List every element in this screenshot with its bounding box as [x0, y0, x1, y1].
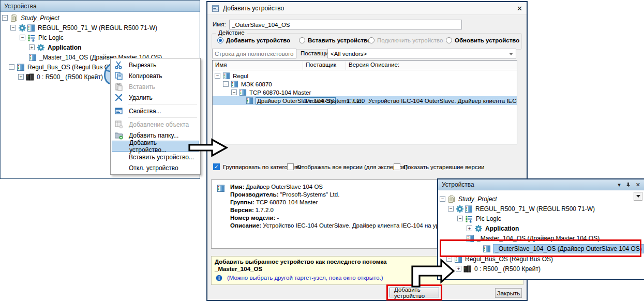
radio-dot [299, 37, 305, 43]
tree-item-label[interactable]: 0 : R500_ (R500 Крейт) [474, 265, 541, 273]
tree-item-plc-logic[interactable]: Plc Logic [457, 214, 501, 223]
radio-plug-device[interactable]: Подключить устройство [368, 37, 443, 43]
expander-icon[interactable] [20, 35, 25, 40]
radio-insert-device[interactable]: Вставить устройство [299, 37, 371, 43]
name-input[interactable] [229, 20, 462, 29]
details-name-label: Имя: [230, 184, 244, 190]
menu-item-paste[interactable]: Вставить [112, 81, 199, 92]
expander-icon[interactable] [467, 225, 472, 231]
radio-update-device[interactable]: Обновить устройство [446, 37, 519, 43]
menu-item-label[interactable]: Откл. устройство [129, 164, 178, 172]
expander-icon[interactable] [446, 256, 452, 262]
checkbox-show-all-versions[interactable]: Отображать все версии (для экспертов) [287, 163, 408, 170]
tree-item-study-project[interactable]: Study_Project [2, 13, 59, 23]
expander-icon[interactable] [29, 44, 35, 50]
vendor-combobox[interactable]: <All vendors> [327, 49, 516, 58]
menu-item-properties[interactable]: Свойства... [112, 106, 199, 116]
menu-item-insert-device[interactable]: Вставить устройство... [112, 152, 199, 162]
checkbox-show-outdated-versions[interactable]: Показать устаревшие версии [394, 163, 485, 170]
device-icon [231, 80, 238, 88]
column-header-version[interactable]: Версия [349, 62, 369, 68]
expander-icon[interactable] [231, 89, 237, 95]
tree-item-label[interactable]: Plc Logic [476, 215, 501, 222]
tree-item-label[interactable]: REGUL_R500_71_W (REGUL R500 71-W) [475, 205, 595, 213]
menu-item-cut[interactable]: Вырезать [112, 59, 199, 70]
menu-item-label[interactable]: Добавить папку... [129, 132, 178, 139]
listbox-row-label[interactable]: МЭК 60870 [241, 81, 272, 87]
column-separator[interactable] [346, 62, 346, 70]
menu-item-delete[interactable]: Удалить [112, 92, 199, 103]
expander-icon[interactable] [223, 81, 229, 87]
tree-item-label[interactable]: Regul_Bus_OS (Regul Bus OS) [465, 255, 553, 263]
menu-item-add-device[interactable]: Добавить устройство... [112, 141, 199, 152]
expander-icon[interactable] [440, 196, 445, 202]
menu-item-label[interactable]: Вырезать [129, 62, 156, 69]
menu-item-label[interactable]: Свойства... [129, 108, 161, 115]
close-icon[interactable]: ✕ [636, 182, 640, 188]
tree-item-regul-bus-os[interactable]: Regul_Bus_OS (Regul Bus OS) [446, 254, 553, 264]
expander-icon[interactable] [448, 206, 454, 212]
listbox-row-label[interactable]: Regul [233, 73, 248, 79]
menu-item-label[interactable]: Добавление объекта [129, 121, 189, 128]
project-icon [10, 14, 18, 22]
menu-item-label[interactable]: Добавить устройство... [129, 139, 196, 154]
tree-item-regul-r500[interactable]: REGUL_R500_71_W (REGUL R500 71-W) [10, 23, 157, 33]
listbox-row-label[interactable]: TCP 60870-104 Master [249, 89, 311, 96]
devices-panel-left-title: Устройства [4, 3, 37, 10]
dialog-titlebar[interactable]: Добавить устройство ✕ [207, 2, 527, 15]
add-device-button[interactable]: Добавить устройство [390, 288, 439, 297]
column-header-vendor[interactable]: Поставщик [306, 62, 336, 68]
tree-item-label[interactable]: _OuterSlave_104_OS (Драйвер OuterSlave 1… [493, 245, 643, 253]
close-icon[interactable]: ✕ [517, 5, 522, 12]
search-input[interactable] [212, 49, 296, 58]
column-separator[interactable] [303, 62, 303, 70]
expander-icon[interactable] [18, 74, 24, 80]
tree-item-label[interactable]: Application [48, 44, 81, 51]
close-button[interactable]: Закрыть [495, 288, 522, 298]
menu-item-copy[interactable]: Копировать [112, 70, 199, 81]
pin-icon[interactable] [625, 182, 631, 188]
radio-label: Вставить устройство [308, 37, 371, 43]
radio-add-device[interactable]: Добавить устройство [217, 37, 290, 43]
tree-item-regul-bus-os[interactable]: Regul_Bus_OS (Regul Bus OS) [9, 62, 115, 72]
tree-item-application[interactable]: Application [467, 223, 519, 233]
tree-item-r500-crate[interactable]: 0 : R500_ (R500 Крейт) [18, 72, 103, 82]
tree-item-label[interactable]: Study_Project [21, 14, 59, 22]
listbox-row-mek60870[interactable]: МЭК 60870 [223, 80, 272, 88]
listbox-row-tcp-master[interactable]: TCP 60870-104 Master [231, 88, 311, 97]
tree-quick-dropdown[interactable] [634, 192, 642, 201]
menu-item-label[interactable]: Вставить устройство... [129, 154, 194, 161]
listbox-row-regul[interactable]: Regul [215, 71, 248, 80]
tree-item-study-project[interactable]: Study_Project [440, 194, 497, 204]
column-separator[interactable] [368, 62, 368, 70]
tree-item-outerslave-104-os[interactable]: _OuterSlave_104_OS (Драйвер OuterSlave 1… [481, 244, 643, 253]
tree-item-label[interactable]: 0 : R500_ (R500 Крейт) [37, 73, 103, 81]
expander-icon[interactable] [456, 266, 461, 272]
expander-icon[interactable] [215, 73, 220, 79]
column-header-description[interactable]: Описание: [370, 62, 399, 68]
window-menu-chevron-icon[interactable]: ▾ [618, 182, 621, 188]
menu-item-label[interactable]: Удалить [129, 94, 153, 101]
expander-icon[interactable] [457, 216, 463, 221]
menu-item-label[interactable]: Копировать [129, 72, 162, 80]
tree-item-label[interactable]: Study_Project [458, 195, 497, 203]
tree-item-plc-logic[interactable]: Plc Logic [20, 33, 64, 42]
tree-item-label[interactable]: Application [485, 225, 519, 232]
listbox-row-outerslave-driver[interactable]: Драйвер OuterSlave 104 OS "Prosoft-Syste… [244, 96, 515, 105]
tree-item-label[interactable]: REGUL_R500_71_W (REGUL R500 71-W) [38, 24, 157, 32]
tree-item-master-104-os[interactable]: _Master_104_OS (Драйвер Master 104 OS) [464, 233, 600, 243]
tree-item-label[interactable]: Regul_Bus_OS (Regul Bus OS) [27, 64, 115, 71]
expander-icon[interactable] [2, 15, 8, 21]
menu-item-disable-device[interactable]: Откл. устройство [112, 162, 199, 173]
expander-icon[interactable] [9, 64, 14, 70]
tree-item-regul-r500[interactable]: REGUL_R500_71_W (REGUL R500 71-W) [448, 204, 595, 214]
menu-item-label[interactable]: Вставить [129, 83, 155, 91]
menu-icon-placeholder [114, 153, 123, 161]
column-header-name[interactable]: Имя [215, 62, 227, 68]
tree-item-label[interactable]: _Master_104_OS (Драйвер Master 104 OS) [477, 235, 600, 242]
tree-item-r500-crate[interactable]: 0 : R500_ (R500 Крейт) [456, 264, 541, 274]
menu-item-add-object[interactable]: Добавление объекта [112, 119, 199, 130]
expander-icon[interactable] [10, 25, 16, 31]
tree-item-application[interactable]: Application [29, 42, 81, 52]
tree-item-label[interactable]: Plc Logic [38, 34, 64, 41]
